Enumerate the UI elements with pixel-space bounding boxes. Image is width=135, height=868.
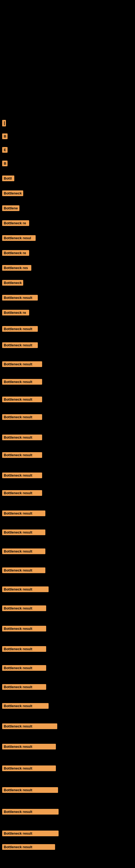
bottleneck-result-label: Bottleneck result (2, 626, 46, 631)
bottleneck-result-label: Bottleneck res (2, 265, 31, 271)
bottleneck-result-label: Bottleneck result (2, 397, 42, 402)
bottleneck-result-label: Bottleneck result (2, 379, 42, 384)
bottleneck-result-label: Bottleneck result (2, 684, 46, 690)
bottleneck-result-label: Bottleneck result (2, 665, 46, 671)
bottleneck-result-label: Bottleneck result (2, 361, 42, 367)
bottleneck-result-label: Bottl (2, 176, 14, 181)
bottleneck-result-label: Bottlene (2, 205, 19, 211)
site-title (0, 0, 135, 3)
bottleneck-result-label: Bottleneck result (2, 549, 45, 554)
bottleneck-result-label: | (2, 120, 6, 126)
bottleneck-result-label: Bottleneck (2, 280, 23, 286)
bottleneck-result-label: Bottleneck result (2, 529, 45, 535)
bottleneck-result-label: Bottleneck result (2, 766, 56, 771)
bottleneck-result-label: Bottleneck result (2, 490, 42, 496)
bottleneck-result-label: Bottleneck result (2, 295, 38, 301)
top-chart-area (0, 3, 135, 120)
bottleneck-result-label: Bottleneck result (2, 787, 58, 793)
bottleneck-result-label: Bottleneck (2, 190, 23, 196)
bottleneck-result-label: Bottleneck re (2, 250, 29, 256)
bottleneck-result-label: Bottleneck result (2, 646, 46, 652)
bottleneck-result-label: B (2, 161, 8, 166)
bottleneck-result-label: Bottleneck re (2, 310, 29, 315)
bottleneck-result-label: Bottleneck result (2, 831, 58, 836)
bottleneck-result-label: Bottleneck re (2, 220, 29, 226)
bottleneck-result-label: E (2, 147, 8, 153)
bottleneck-result-label: Bottleneck result (2, 744, 56, 749)
bottleneck-result-label: Bottleneck result (2, 844, 55, 850)
bottleneck-result-label: Bottleneck result (2, 809, 58, 814)
bottleneck-result-label: Bottleneck result (2, 606, 46, 611)
bottleneck-result-label: Bottleneck result (2, 723, 57, 729)
bottleneck-result-label: Bottleneck result (2, 472, 42, 478)
bottleneck-result-label: Bottleneck result (2, 414, 42, 420)
results-container: |BEBBottlBottleneckBottleneBottleneck re… (0, 120, 135, 852)
bottleneck-result-label: Bottleneck result (2, 342, 38, 348)
bottleneck-result-label: Bottleneck result (2, 586, 49, 592)
bottleneck-result-label: Bottleneck result (2, 435, 42, 440)
bottleneck-result-label: B (2, 133, 8, 139)
bottleneck-result-label: Bottleneck result (2, 326, 38, 332)
bottleneck-result-label: Bottleneck result (2, 452, 42, 458)
bottleneck-result-label: Bottleneck result (2, 567, 45, 573)
bottleneck-result-label: Bottleneck result (2, 703, 49, 709)
bottleneck-result-label: Bottleneck resul (2, 235, 36, 241)
bottleneck-result-label: Bottleneck result (2, 510, 45, 516)
